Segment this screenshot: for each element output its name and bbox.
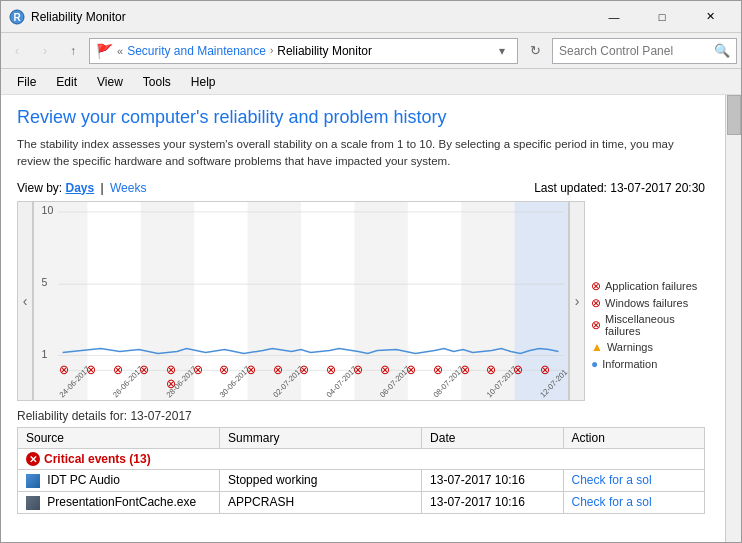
menu-help[interactable]: Help [183,73,224,91]
menu-bar: File Edit View Tools Help [1,69,741,95]
summary-cell: Stopped working [220,470,422,492]
svg-text:R: R [13,12,21,23]
view-separator: | [101,181,104,195]
minimize-button[interactable]: — [591,3,637,31]
col-action: Action [563,427,704,448]
legend-warnings-label: Warnings [607,341,653,353]
page-title: Review your computer's reliability and p… [17,107,725,128]
action-cell: Check for a sol [563,470,704,492]
error-circle-icon: ✕ [26,452,40,466]
title-bar-icon: R [9,9,25,25]
search-input[interactable] [559,44,710,58]
view-by-controls: View by: Days | Weeks [17,181,146,195]
view-by-label: View by: [17,181,62,195]
source-cell: PresentationFontCache.exe [18,491,220,513]
scrollbar-track[interactable] [725,95,741,542]
description-text: The stability index assesses your system… [17,136,725,171]
breadcrumb-security-link[interactable]: Security and Maintenance [127,44,266,58]
menu-edit[interactable]: Edit [48,73,85,91]
breadcrumb-dropdown-icon[interactable]: ▾ [493,39,511,63]
breadcrumb-separator: › [270,45,273,56]
table-row: IDT PC Audio Stopped working 13-07-2017 … [18,470,705,492]
critical-events-icon: ✕ Critical events (13) [26,452,151,466]
last-updated-label: Last updated: [534,181,607,195]
last-updated: Last updated: 13-07-2017 20:30 [534,181,705,195]
svg-text:⊗: ⊗ [113,363,124,377]
chart-scroll-left[interactable]: ‹ [17,201,33,401]
window-title: Reliability Monitor [31,10,591,24]
col-date: Date [422,427,563,448]
chart-area[interactable]: 10 5 1 ⊗ [33,201,569,401]
details-section: Reliability details for: 13-07-2017 Sour… [17,409,725,514]
reliability-monitor-window: R Reliability Monitor — □ ✕ ‹ › ↑ 🚩 « Se… [0,0,742,543]
svg-text:⊗: ⊗ [166,363,177,377]
back-button[interactable]: ‹ [5,39,29,63]
breadcrumb-current: Reliability Monitor [277,44,372,58]
view-days-link[interactable]: Days [65,181,94,195]
source-cell: IDT PC Audio [18,470,220,492]
source-name: PresentationFontCache.exe [47,495,196,509]
chart-wrapper: ‹ 10 5 1 [17,201,705,401]
source-name: IDT PC Audio [47,473,119,487]
legend-information-label: Information [602,358,657,370]
app-icon [26,474,40,488]
legend-app-failures: ⊗ Application failures [591,279,699,293]
col-source: Source [18,427,220,448]
window-controls: — □ ✕ [591,3,733,31]
svg-text:⊗: ⊗ [380,363,391,377]
chart-svg: 10 5 1 ⊗ [34,202,568,400]
action-link[interactable]: Check for a sol [572,495,652,509]
chart-legend: ⊗ Application failures ⊗ Windows failure… [585,201,705,401]
up-button[interactable]: ↑ [61,39,85,63]
chart-container: ‹ 10 5 1 [17,201,705,401]
svg-text:⊗: ⊗ [433,363,444,377]
action-link[interactable]: Check for a sol [572,473,652,487]
app-small-icon [26,496,40,510]
details-title: Reliability details for: 13-07-2017 [17,409,705,423]
table-row: PresentationFontCache.exe APPCRASH 13-07… [18,491,705,513]
search-box: 🔍 [552,38,737,64]
legend-misc-failures-label: Miscellaneous failures [605,313,699,337]
svg-text:⊗: ⊗ [219,363,230,377]
details-table: Source Summary Date Action ✕ Critical ev… [17,427,705,514]
svg-text:⊗: ⊗ [273,363,284,377]
breadcrumb-flag-icon: 🚩 [96,43,113,59]
legend-windows-failures: ⊗ Windows failures [591,296,699,310]
svg-text:⊗: ⊗ [59,363,70,377]
menu-view[interactable]: View [89,73,131,91]
breadcrumb-bar: 🚩 « Security and Maintenance › Reliabili… [89,38,518,64]
critical-events-label: Critical events (13) [44,452,151,466]
svg-text:⊗: ⊗ [326,363,337,377]
date-cell: 13-07-2017 10:16 [422,470,563,492]
legend-information: ● Information [591,357,699,371]
breadcrumb-prefix: « [117,45,123,57]
chart-scroll-right[interactable]: › [569,201,585,401]
action-cell: Check for a sol [563,491,704,513]
svg-text:10: 10 [42,203,54,215]
main-content: Review your computer's reliability and p… [1,95,741,542]
critical-events-row: ✕ Critical events (13) [18,448,705,470]
legend-misc-failures: ⊗ Miscellaneous failures [591,313,699,337]
critical-events-cell: ✕ Critical events (13) [18,448,705,470]
scrollbar-thumb[interactable] [727,95,741,135]
title-bar: R Reliability Monitor — □ ✕ [1,1,741,33]
maximize-button[interactable]: □ [639,3,685,31]
close-button[interactable]: ✕ [687,3,733,31]
forward-button[interactable]: › [33,39,57,63]
view-by-row: View by: Days | Weeks Last updated: 13-0… [17,181,725,195]
search-icon: 🔍 [714,43,730,58]
view-weeks-link[interactable]: Weeks [110,181,146,195]
refresh-button[interactable]: ↻ [522,38,548,64]
legend-warnings: ▲ Warnings [591,340,699,354]
legend-windows-failures-label: Windows failures [605,297,688,309]
menu-file[interactable]: File [9,73,44,91]
menu-tools[interactable]: Tools [135,73,179,91]
last-updated-value: 13-07-2017 20:30 [610,181,705,195]
summary-cell: APPCRASH [220,491,422,513]
date-cell: 13-07-2017 10:16 [422,491,563,513]
svg-text:1: 1 [42,348,48,360]
svg-text:⊗: ⊗ [540,363,551,377]
svg-text:5: 5 [42,275,48,287]
col-summary: Summary [220,427,422,448]
legend-app-failures-label: Application failures [605,280,697,292]
